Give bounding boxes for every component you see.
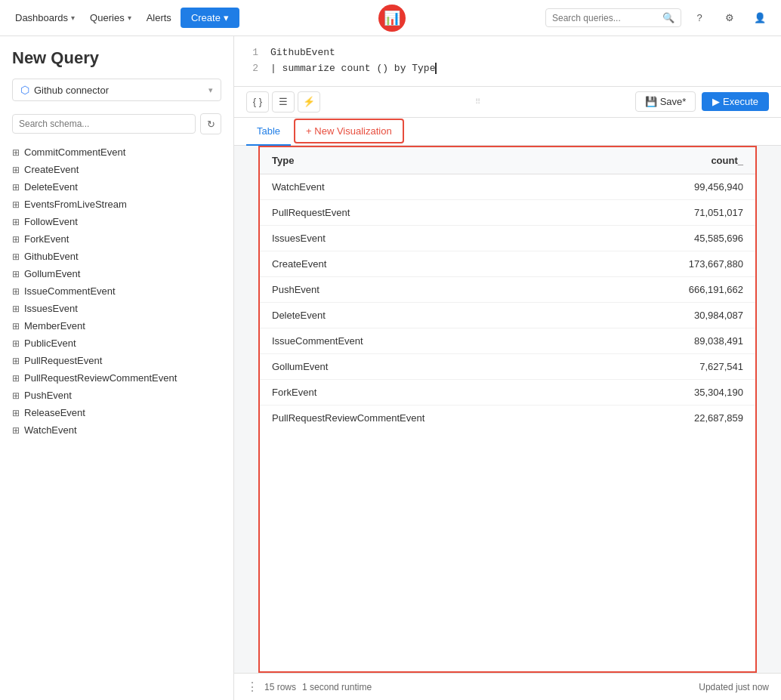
cell-count: 22,687,859 — [603, 405, 755, 430]
schema-item[interactable]: ⊞PublicEvent — [0, 335, 233, 352]
footer-bar: ⋮ 15 rows 1 second runtime Updated just … — [234, 673, 781, 700]
dashboards-label: Dashboards — [15, 12, 68, 23]
table-icon: ⊞ — [12, 199, 20, 210]
cell-count: 89,038,491 — [603, 328, 755, 353]
table-icon: ⊞ — [12, 269, 20, 279]
editor-area: 1 GithubEvent 2 | summarize count () by … — [234, 36, 781, 87]
tab-table[interactable]: Table — [246, 118, 291, 146]
table-row: CreateEvent 173,667,880 — [260, 251, 755, 276]
schema-item[interactable]: ⊞EventsFromLiveStream — [0, 196, 233, 213]
schema-list: ⊞CommitCommentEvent⊞CreateEvent⊞DeleteEv… — [0, 140, 233, 700]
schema-item[interactable]: ⊞CommitCommentEvent — [0, 143, 233, 161]
schema-search-row: ↻ — [0, 107, 233, 140]
help-button[interactable]: ? — [687, 6, 712, 30]
table-row: IssuesEvent 45,585,696 — [260, 225, 755, 251]
tab-table-label: Table — [257, 125, 280, 137]
table-icon: ⊞ — [12, 147, 20, 158]
cell-type: PushEvent — [260, 276, 603, 302]
schema-item[interactable]: ⊞CreateEvent — [0, 161, 233, 178]
schema-item[interactable]: ⊞WatchEvent — [0, 421, 233, 439]
user-avatar[interactable]: 👤 — [748, 6, 772, 30]
drag-handle[interactable]: ⠿ — [475, 97, 480, 106]
code-line-1: 1 GithubEvent — [246, 45, 769, 61]
connector-icon: ⬡ — [20, 84, 29, 96]
logo-area: 📊 — [242, 5, 542, 32]
cell-count: 99,456,940 — [603, 174, 755, 199]
schema-item-label: EventsFromLiveStream — [24, 199, 127, 210]
schema-item-label: PushEvent — [24, 390, 72, 401]
schema-search-input[interactable] — [12, 114, 196, 134]
nav-dashboards[interactable]: Dashboards ▾ — [9, 8, 81, 28]
table-row: ForkEvent 35,304,190 — [260, 379, 755, 405]
line-number-1: 1 — [246, 45, 258, 61]
cell-type: DeleteEvent — [260, 302, 603, 328]
create-button[interactable]: Create ▾ — [181, 8, 239, 28]
schema-item[interactable]: ⊞IssuesEvent — [0, 300, 233, 317]
connector-chevron-icon: ▾ — [208, 85, 213, 95]
table-icon: ⊞ — [12, 390, 20, 401]
search-icon: 🔍 — [662, 12, 674, 23]
schema-item[interactable]: ⊞ReleaseEvent — [0, 404, 233, 421]
toolbar-left: { } ☰ ⚡ — [246, 91, 320, 113]
table-icon: ⊞ — [12, 217, 20, 227]
schema-item-label: DeleteEvent — [24, 181, 78, 193]
queries-label: Queries — [90, 12, 125, 23]
refresh-button[interactable]: ↻ — [200, 113, 221, 134]
save-icon: 💾 — [645, 96, 657, 107]
nav-alerts[interactable]: Alerts — [140, 8, 178, 28]
schema-item[interactable]: ⊞IssueCommentEvent — [0, 282, 233, 300]
search-input[interactable] — [552, 13, 662, 23]
schema-item-label: CommitCommentEvent — [24, 146, 125, 158]
create-chevron-icon: ▾ — [224, 12, 229, 23]
schema-item[interactable]: ⊞PullRequestReviewCommentEvent — [0, 369, 233, 387]
cell-count: 7,627,541 — [603, 353, 755, 379]
settings-icon[interactable]: ⚙ — [718, 6, 742, 30]
schema-item-label: MemberEvent — [24, 320, 85, 331]
schema-item[interactable]: ⊞ForkEvent — [0, 230, 233, 248]
schema-item-label: WatchEvent — [24, 424, 77, 436]
table-icon: ⊞ — [12, 373, 20, 384]
save-button[interactable]: 💾 Save* — [635, 91, 696, 112]
table-header-row: Type count_ — [260, 147, 755, 174]
execute-button[interactable]: ▶ Execute — [702, 92, 769, 111]
line-number-2: 2 — [246, 61, 258, 77]
table-icon: ⊞ — [12, 304, 20, 314]
table-icon: ⊞ — [12, 321, 20, 331]
schema-item[interactable]: ⊞DeleteEvent — [0, 178, 233, 196]
list-button[interactable]: ☰ — [272, 91, 295, 113]
format-button[interactable]: { } — [246, 91, 269, 113]
schema-item[interactable]: ⊞GithubEvent — [0, 248, 233, 265]
column-header-type: Type — [260, 147, 603, 174]
schema-item[interactable]: ⊞PullRequestEvent — [0, 352, 233, 369]
table-row: PushEvent 666,191,662 — [260, 276, 755, 302]
code-line-2: 2 | summarize count () by Type — [246, 61, 769, 77]
table-icon: ⊞ — [12, 338, 20, 349]
lightning-button[interactable]: ⚡ — [298, 91, 320, 113]
code-line-1-content: GithubEvent — [270, 45, 335, 61]
schema-item[interactable]: ⊞GollumEvent — [0, 265, 233, 282]
connector-select[interactable]: ⬡ Github connector ▾ — [12, 79, 221, 101]
schema-item[interactable]: ⊞MemberEvent — [0, 317, 233, 335]
code-editor[interactable]: 1 GithubEvent 2 | summarize count () by … — [234, 42, 781, 80]
schema-item[interactable]: ⊞PushEvent — [0, 387, 233, 404]
data-table-container: Type count_ WatchEvent 99,456,940 PullRe… — [258, 146, 757, 673]
table-icon: ⊞ — [12, 356, 20, 366]
schema-item-label: PullRequestEvent — [24, 355, 102, 366]
code-line-2-content: | summarize count () by Type — [270, 61, 437, 77]
schema-item-label: IssueCommentEvent — [24, 285, 116, 297]
cell-count: 71,051,017 — [603, 199, 755, 225]
nav-queries[interactable]: Queries ▾ — [84, 8, 137, 28]
cell-type: IssueCommentEvent — [260, 328, 603, 353]
table-row: DeleteEvent 30,984,087 — [260, 302, 755, 328]
queries-chevron-icon: ▾ — [128, 14, 131, 22]
table-header: Type count_ — [260, 147, 755, 174]
table-icon: ⊞ — [12, 165, 20, 175]
cell-count: 45,585,696 — [603, 225, 755, 251]
execute-label: ▶ Execute — [712, 96, 758, 107]
logo-icon: 📊 — [378, 5, 406, 32]
cell-type: ForkEvent — [260, 379, 603, 405]
tab-new-visualization[interactable]: + New Visualization — [294, 119, 404, 143]
schema-item[interactable]: ⊞FollowEvent — [0, 213, 233, 230]
more-options-icon[interactable]: ⋮ — [246, 680, 258, 694]
table-row: GollumEvent 7,627,541 — [260, 353, 755, 379]
